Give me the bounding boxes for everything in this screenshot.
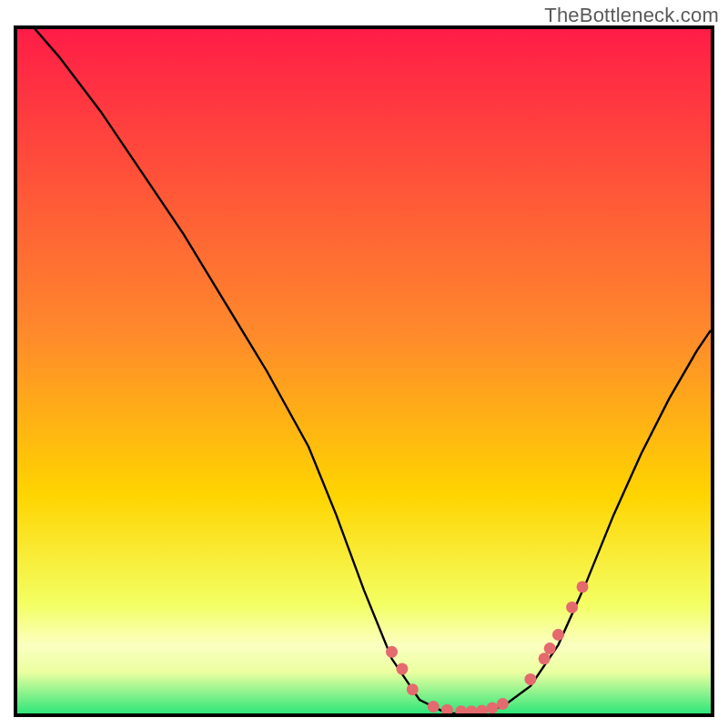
- data-point: [396, 663, 408, 675]
- chart-svg: [17, 29, 711, 713]
- data-point: [386, 646, 398, 658]
- data-point: [497, 698, 509, 710]
- data-point: [539, 652, 551, 664]
- data-point: [428, 701, 440, 713]
- data-point: [566, 602, 578, 613]
- data-point: [524, 673, 536, 685]
- data-point: [487, 703, 499, 714]
- data-point: [552, 629, 564, 641]
- attribution-label: TheBottleneck.com: [544, 4, 719, 27]
- gradient-background: [17, 29, 711, 713]
- plot-area: [14, 25, 714, 717]
- chart-container: TheBottleneck.com: [0, 0, 728, 728]
- data-point: [577, 581, 589, 592]
- data-point: [544, 642, 556, 654]
- data-point: [407, 683, 419, 695]
